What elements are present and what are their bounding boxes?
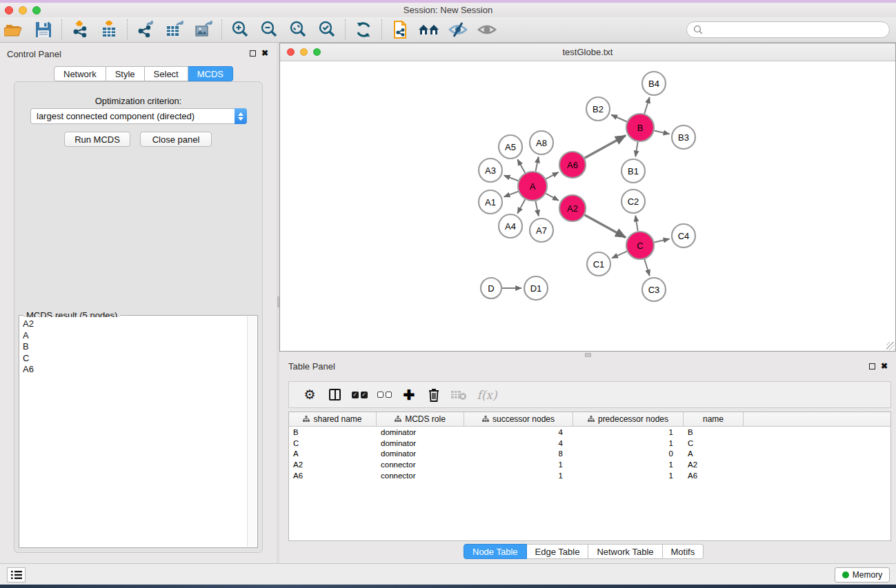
edge-A-A6[interactable] [546, 172, 558, 179]
table-options-button[interactable]: ⚙ [297, 387, 322, 403]
deselect-all-button[interactable] [372, 392, 397, 398]
edge-A-A4[interactable] [517, 199, 525, 213]
column-header-predecessor-nodes[interactable]: predecessor nodes [573, 412, 684, 426]
cell-shared-name[interactable]: C [289, 439, 377, 447]
tab-node-table[interactable]: Node Table [464, 544, 527, 559]
cell-shared-name[interactable]: A [289, 449, 377, 458]
cell-name[interactable]: A2 [684, 460, 744, 469]
edge-B-B3[interactable] [654, 131, 669, 134]
edge-C-C2[interactable] [635, 216, 638, 232]
cell-MCDS-role[interactable]: connector [377, 460, 464, 469]
cell-predecessor-nodes[interactable]: 1 [573, 439, 684, 447]
edge-A2-C[interactable] [585, 215, 626, 238]
table-row[interactable]: A6connector11A6 [289, 470, 890, 481]
function-builder-button[interactable]: f(x) [471, 388, 503, 402]
delete-table-button[interactable] [446, 389, 471, 401]
edge-C-C4[interactable] [654, 239, 669, 243]
memory-button[interactable]: Memory [835, 567, 890, 582]
mcds-result-list[interactable]: A2ABCA6 [20, 317, 246, 547]
select-all-button[interactable]: ✓✓ [347, 392, 372, 398]
tab-mcds[interactable]: MCDS [188, 66, 233, 81]
optimization-criterion-select[interactable]: largest connected component (directed) [30, 108, 247, 124]
cell-name[interactable]: B [684, 428, 744, 436]
column-header-shared-name[interactable]: shared name [289, 412, 377, 426]
cell-name[interactable]: A6 [684, 472, 744, 480]
tab-style[interactable]: Style [106, 66, 145, 81]
task-history-button[interactable] [7, 567, 26, 582]
edge-A6-B[interactable] [585, 136, 626, 159]
zoom-selected-button[interactable] [315, 19, 339, 41]
table-row[interactable]: Bdominator41B [289, 427, 890, 438]
float-table-panel-icon[interactable] [869, 363, 875, 369]
edge-A-A2[interactable] [546, 194, 559, 201]
cell-successor-nodes[interactable]: 8 [464, 449, 573, 458]
mcds-result-item[interactable]: A [23, 330, 246, 342]
show-all-button[interactable] [475, 19, 499, 41]
hide-selected-button[interactable] [446, 19, 470, 41]
edge-B-B2[interactable] [611, 114, 627, 121]
edge-A-A8[interactable] [535, 157, 538, 172]
close-panel-icon[interactable]: ✖ [261, 50, 268, 57]
zoom-fit-button[interactable] [286, 19, 310, 41]
mcds-result-item[interactable]: A6 [23, 364, 246, 376]
tab-network[interactable]: Network [54, 66, 106, 81]
cell-MCDS-role[interactable]: connector [377, 472, 464, 480]
export-network-button[interactable] [133, 19, 158, 41]
save-session-button[interactable] [31, 19, 56, 41]
run-mcds-button[interactable]: Run MCDS [64, 132, 130, 147]
tab-network-table[interactable]: Network Table [588, 544, 662, 559]
edge-A-A1[interactable] [504, 192, 519, 197]
cell-shared-name[interactable]: A6 [289, 472, 377, 480]
edge-C-C1[interactable] [612, 252, 627, 258]
edge-A-A7[interactable] [535, 201, 538, 216]
close-panel-button[interactable]: Close panel [140, 132, 212, 147]
resize-grip[interactable] [886, 342, 895, 350]
export-table-button[interactable] [162, 19, 187, 41]
cell-shared-name[interactable]: A2 [289, 460, 377, 469]
export-image-button[interactable] [191, 19, 216, 41]
zoom-out-button[interactable] [257, 19, 281, 41]
cell-MCDS-role[interactable]: dominator [377, 439, 464, 447]
close-table-panel-icon[interactable]: ✖ [881, 363, 888, 369]
table-row[interactable]: Adominator80A [289, 448, 890, 459]
create-column-button[interactable]: ✚ [397, 387, 421, 403]
network-graph[interactable]: B4B2BB3A5A8A6A3B1AA1C2A2A4A7C4CC1DD1C3 [280, 61, 895, 351]
edge-A-A3[interactable] [504, 175, 519, 181]
first-neighbors-button[interactable] [417, 19, 441, 41]
tab-motifs[interactable]: Motifs [663, 544, 704, 559]
cell-successor-nodes[interactable]: 4 [464, 428, 573, 436]
column-header-MCDS-role[interactable]: MCDS role [377, 412, 464, 426]
edge-C-C3[interactable] [644, 259, 649, 276]
edge-B-B1[interactable] [635, 142, 637, 157]
cell-name[interactable]: C [684, 439, 744, 447]
edge-A-A5[interactable] [517, 159, 525, 173]
mcds-result-item[interactable]: A2 [23, 318, 246, 330]
network-window-titlebar[interactable]: testGlobe.txt [280, 43, 895, 61]
tab-edge-table[interactable]: Edge Table [527, 544, 589, 559]
edge-B-B4[interactable] [644, 97, 649, 114]
horizontal-splitter[interactable] [279, 352, 896, 358]
cell-MCDS-role[interactable]: dominator [377, 449, 464, 458]
table-row[interactable]: A2connector11A2 [289, 459, 890, 470]
float-panel-icon[interactable] [250, 50, 256, 57]
cell-successor-nodes[interactable]: 1 [464, 472, 573, 480]
show-column-button[interactable] [322, 389, 347, 401]
column-header-successor-nodes[interactable]: successor nodes [464, 412, 573, 426]
zoom-in-button[interactable] [228, 19, 252, 41]
search-input[interactable] [707, 25, 889, 34]
apply-layout-button[interactable] [351, 19, 376, 41]
table-row[interactable]: Cdominator41C [289, 438, 890, 449]
cell-predecessor-nodes[interactable]: 1 [573, 460, 684, 469]
cell-predecessor-nodes[interactable]: 1 [573, 472, 684, 480]
cell-MCDS-role[interactable]: dominator [377, 428, 464, 436]
tab-select[interactable]: Select [145, 66, 188, 81]
cell-successor-nodes[interactable]: 1 [464, 460, 573, 469]
mcds-result-item[interactable]: B [23, 341, 246, 353]
column-header-name[interactable]: name [684, 412, 744, 426]
import-network-button[interactable] [68, 19, 92, 41]
cell-name[interactable]: A [684, 449, 744, 458]
mcds-result-item[interactable]: C [23, 353, 246, 365]
result-scrollbar[interactable] [247, 316, 257, 547]
delete-column-button[interactable] [421, 387, 446, 403]
clone-network-button[interactable] [388, 19, 412, 41]
